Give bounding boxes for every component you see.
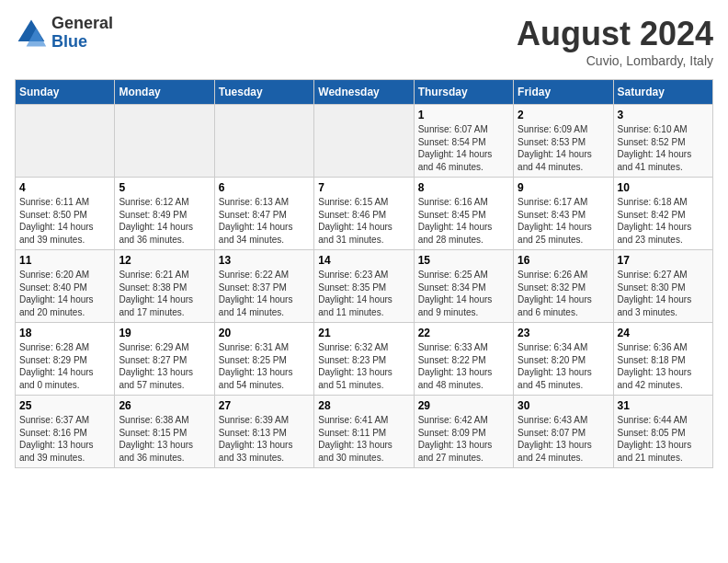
day-number: 10 xyxy=(618,181,709,194)
day-info: Sunrise: 6:21 AM Sunset: 8:38 PM Dayligh… xyxy=(119,269,210,318)
day-header-thursday: Thursday xyxy=(414,80,513,105)
calendar-cell: 20Sunrise: 6:31 AM Sunset: 8:25 PM Dayli… xyxy=(214,323,313,396)
day-number: 26 xyxy=(119,399,210,412)
calendar-week-2: 4Sunrise: 6:11 AM Sunset: 8:50 PM Daylig… xyxy=(16,178,713,250)
calendar-week-5: 25Sunrise: 6:37 AM Sunset: 8:16 PM Dayli… xyxy=(16,396,713,468)
calendar-cell: 1Sunrise: 6:07 AM Sunset: 8:54 PM Daylig… xyxy=(414,105,513,178)
day-number: 22 xyxy=(418,327,509,339)
day-number: 18 xyxy=(19,327,110,339)
day-info: Sunrise: 6:07 AM Sunset: 8:54 PM Dayligh… xyxy=(418,123,509,173)
day-number: 23 xyxy=(518,327,609,339)
day-header-friday: Friday xyxy=(514,80,613,105)
title-block: August 2024 Cuvio, Lombardy, Italy xyxy=(517,15,713,68)
logo-general: General xyxy=(51,14,113,32)
day-info: Sunrise: 6:43 AM Sunset: 8:07 PM Dayligh… xyxy=(518,414,609,464)
day-info: Sunrise: 6:39 AM Sunset: 8:13 PM Dayligh… xyxy=(219,414,310,464)
day-info: Sunrise: 6:38 AM Sunset: 8:15 PM Dayligh… xyxy=(119,414,210,464)
day-number: 19 xyxy=(119,327,210,339)
day-header-saturday: Saturday xyxy=(613,80,712,105)
day-number: 7 xyxy=(318,181,409,194)
day-number: 3 xyxy=(618,109,709,121)
day-info: Sunrise: 6:25 AM Sunset: 8:34 PM Dayligh… xyxy=(418,269,509,318)
calendar-cell: 4Sunrise: 6:11 AM Sunset: 8:50 PM Daylig… xyxy=(16,178,115,250)
calendar-cell xyxy=(214,105,313,178)
day-info: Sunrise: 6:42 AM Sunset: 8:09 PM Dayligh… xyxy=(418,414,509,464)
day-number: 9 xyxy=(518,181,609,194)
calendar-cell: 31Sunrise: 6:44 AM Sunset: 8:05 PM Dayli… xyxy=(613,396,712,468)
calendar-cell: 7Sunrise: 6:15 AM Sunset: 8:46 PM Daylig… xyxy=(314,178,414,250)
day-number: 12 xyxy=(119,254,210,267)
day-number: 6 xyxy=(219,181,310,194)
calendar-cell: 27Sunrise: 6:39 AM Sunset: 8:13 PM Dayli… xyxy=(214,396,313,468)
calendar-cell: 10Sunrise: 6:18 AM Sunset: 8:42 PM Dayli… xyxy=(613,178,712,250)
day-info: Sunrise: 6:16 AM Sunset: 8:45 PM Dayligh… xyxy=(418,196,509,246)
day-info: Sunrise: 6:27 AM Sunset: 8:30 PM Dayligh… xyxy=(618,269,709,318)
calendar-cell: 30Sunrise: 6:43 AM Sunset: 8:07 PM Dayli… xyxy=(514,396,613,468)
day-header-wednesday: Wednesday xyxy=(314,80,414,105)
calendar-cell: 14Sunrise: 6:23 AM Sunset: 8:35 PM Dayli… xyxy=(314,250,414,323)
day-info: Sunrise: 6:22 AM Sunset: 8:37 PM Dayligh… xyxy=(219,269,310,318)
day-info: Sunrise: 6:18 AM Sunset: 8:42 PM Dayligh… xyxy=(618,196,709,246)
day-number: 8 xyxy=(418,181,509,194)
calendar-cell: 2Sunrise: 6:09 AM Sunset: 8:53 PM Daylig… xyxy=(514,105,613,178)
day-info: Sunrise: 6:26 AM Sunset: 8:32 PM Dayligh… xyxy=(518,269,609,318)
day-number: 13 xyxy=(219,254,310,267)
day-info: Sunrise: 6:32 AM Sunset: 8:23 PM Dayligh… xyxy=(318,341,409,391)
calendar-cell: 11Sunrise: 6:20 AM Sunset: 8:40 PM Dayli… xyxy=(16,250,115,323)
calendar-cell: 26Sunrise: 6:38 AM Sunset: 8:15 PM Dayli… xyxy=(115,396,214,468)
day-number: 2 xyxy=(518,109,609,121)
calendar-cell xyxy=(16,105,115,178)
calendar-cell: 6Sunrise: 6:13 AM Sunset: 8:47 PM Daylig… xyxy=(214,178,313,250)
day-info: Sunrise: 6:37 AM Sunset: 8:16 PM Dayligh… xyxy=(19,414,110,464)
day-info: Sunrise: 6:33 AM Sunset: 8:22 PM Dayligh… xyxy=(418,341,509,391)
logo: General Blue xyxy=(15,15,113,52)
day-header-monday: Monday xyxy=(115,80,214,105)
logo-icon xyxy=(15,17,48,50)
day-number: 27 xyxy=(219,399,310,412)
day-number: 4 xyxy=(19,181,110,194)
day-number: 29 xyxy=(418,399,509,412)
calendar-cell: 24Sunrise: 6:36 AM Sunset: 8:18 PM Dayli… xyxy=(613,323,712,396)
day-info: Sunrise: 6:34 AM Sunset: 8:20 PM Dayligh… xyxy=(518,341,609,391)
logo-blue: Blue xyxy=(51,32,87,51)
calendar-cell: 9Sunrise: 6:17 AM Sunset: 8:43 PM Daylig… xyxy=(514,178,613,250)
day-header-sunday: Sunday xyxy=(16,80,115,105)
calendar-cell: 29Sunrise: 6:42 AM Sunset: 8:09 PM Dayli… xyxy=(414,396,513,468)
day-info: Sunrise: 6:29 AM Sunset: 8:27 PM Dayligh… xyxy=(119,341,210,391)
calendar-cell: 8Sunrise: 6:16 AM Sunset: 8:45 PM Daylig… xyxy=(414,178,513,250)
month-title: August 2024 xyxy=(517,15,713,53)
calendar-cell: 3Sunrise: 6:10 AM Sunset: 8:52 PM Daylig… xyxy=(613,105,712,178)
calendar-cell: 13Sunrise: 6:22 AM Sunset: 8:37 PM Dayli… xyxy=(214,250,313,323)
calendar-cell: 23Sunrise: 6:34 AM Sunset: 8:20 PM Dayli… xyxy=(514,323,613,396)
day-number: 28 xyxy=(318,399,409,412)
day-info: Sunrise: 6:12 AM Sunset: 8:49 PM Dayligh… xyxy=(119,196,210,246)
day-info: Sunrise: 6:44 AM Sunset: 8:05 PM Dayligh… xyxy=(618,414,709,464)
day-info: Sunrise: 6:36 AM Sunset: 8:18 PM Dayligh… xyxy=(618,341,709,391)
calendar-cell: 22Sunrise: 6:33 AM Sunset: 8:22 PM Dayli… xyxy=(414,323,513,396)
day-number: 25 xyxy=(19,399,110,412)
day-number: 11 xyxy=(19,254,110,267)
day-number: 1 xyxy=(418,109,509,121)
day-number: 14 xyxy=(318,254,409,267)
calendar-cell: 25Sunrise: 6:37 AM Sunset: 8:16 PM Dayli… xyxy=(16,396,115,468)
calendar-cell: 18Sunrise: 6:28 AM Sunset: 8:29 PM Dayli… xyxy=(16,323,115,396)
calendar-cell xyxy=(115,105,214,178)
calendar-table: SundayMondayTuesdayWednesdayThursdayFrid… xyxy=(15,79,713,468)
calendar-cell: 28Sunrise: 6:41 AM Sunset: 8:11 PM Dayli… xyxy=(314,396,414,468)
calendar-cell: 5Sunrise: 6:12 AM Sunset: 8:49 PM Daylig… xyxy=(115,178,214,250)
page-header: General Blue August 2024 Cuvio, Lombardy… xyxy=(15,15,713,68)
day-number: 17 xyxy=(618,254,709,267)
day-number: 30 xyxy=(518,399,609,412)
calendar-cell: 16Sunrise: 6:26 AM Sunset: 8:32 PM Dayli… xyxy=(514,250,613,323)
day-number: 31 xyxy=(618,399,709,412)
day-info: Sunrise: 6:13 AM Sunset: 8:47 PM Dayligh… xyxy=(219,196,310,246)
location-subtitle: Cuvio, Lombardy, Italy xyxy=(517,53,713,68)
day-number: 16 xyxy=(518,254,609,267)
day-info: Sunrise: 6:31 AM Sunset: 8:25 PM Dayligh… xyxy=(219,341,310,391)
day-info: Sunrise: 6:23 AM Sunset: 8:35 PM Dayligh… xyxy=(318,269,409,318)
day-number: 21 xyxy=(318,327,409,339)
calendar-week-4: 18Sunrise: 6:28 AM Sunset: 8:29 PM Dayli… xyxy=(16,323,713,396)
day-info: Sunrise: 6:28 AM Sunset: 8:29 PM Dayligh… xyxy=(19,341,110,391)
calendar-week-1: 1Sunrise: 6:07 AM Sunset: 8:54 PM Daylig… xyxy=(16,105,713,178)
calendar-cell: 15Sunrise: 6:25 AM Sunset: 8:34 PM Dayli… xyxy=(414,250,513,323)
